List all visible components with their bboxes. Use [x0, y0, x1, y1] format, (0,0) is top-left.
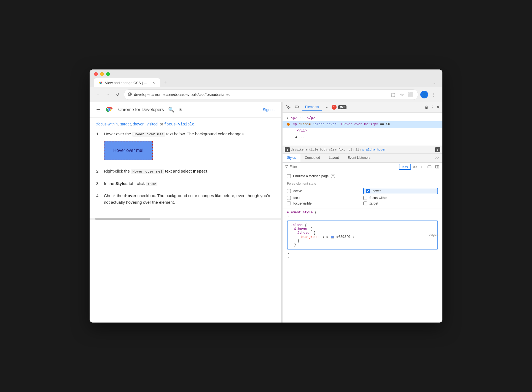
tab-computed[interactable]: Computed: [300, 154, 324, 162]
site-title: Chrome for Developers: [118, 107, 164, 112]
active-tab[interactable]: View and change CSS | Chr ✕: [94, 78, 160, 87]
element-selector-tool[interactable]: [285, 104, 292, 111]
breadcrumb-bar: ◀ devsite-article-body.clearfix. › ol › …: [283, 146, 442, 154]
breadcrumb-item-2[interactable]: ol: [349, 148, 352, 151]
browser-window: View and change CSS | Chr ✕ + ⌄ ← → ↺ de…: [90, 69, 442, 323]
url-text: developer.chrome.com/docs/devtools/css#p…: [134, 92, 388, 97]
emulate-help-icon[interactable]: ?: [331, 174, 335, 178]
sidebar-toggle[interactable]: [434, 164, 440, 170]
maximize-window-button[interactable]: [106, 72, 110, 76]
aloha-color-swatch[interactable]: [331, 236, 334, 238]
state-focus-checkbox[interactable]: [287, 196, 291, 200]
hover-demo-label: Hover over me!: [113, 148, 143, 153]
bookmark-button[interactable]: ☆: [399, 91, 405, 98]
signin-button[interactable]: Sign in: [263, 108, 275, 112]
extension-button[interactable]: ⬜: [407, 91, 414, 98]
step-3-content: In the Styles tab, click :hov.: [104, 180, 275, 187]
outer-close-block: } }: [287, 252, 438, 259]
devtools-close-button[interactable]: ✕: [436, 104, 440, 110]
minimize-window-button[interactable]: [100, 72, 104, 76]
dom-line-3[interactable]: </li>: [283, 128, 442, 134]
hamburger-icon[interactable]: ☰: [96, 107, 101, 113]
state-active-checkbox[interactable]: [287, 189, 291, 193]
tab-close-button[interactable]: ✕: [151, 80, 156, 85]
state-focus-visible-checkbox[interactable]: [287, 202, 291, 205]
hover-demo-box[interactable]: Hover over me!: [104, 141, 153, 160]
article-steps: 1. Hover over the Hover over me! text be…: [96, 131, 275, 206]
aloha-arrow-icon[interactable]: ▶: [327, 235, 329, 239]
styles-tabs: Styles Computed Layout Event Listeners >…: [283, 154, 442, 163]
tab-styles[interactable]: Styles: [283, 154, 300, 162]
new-tab-button[interactable]: +: [161, 78, 169, 86]
step-3-text: In the Styles tab, click :hov.: [104, 180, 275, 187]
device-toggle-tool[interactable]: [294, 104, 301, 111]
add-style-rule-button[interactable]: +: [419, 164, 425, 170]
refresh-button[interactable]: ↺: [114, 91, 122, 98]
styles-tab-more[interactable]: >>: [432, 154, 442, 162]
more-tools-button[interactable]: »: [323, 104, 330, 111]
horizontal-scrollbar[interactable]: [90, 218, 281, 220]
close-window-button[interactable]: [94, 72, 98, 76]
forward-button[interactable]: →: [104, 91, 112, 98]
hov-button[interactable]: :hov: [399, 164, 411, 170]
devtools-settings-button[interactable]: ⚙: [424, 105, 428, 110]
address-bar[interactable]: developer.chrome.com/docs/devtools/css#p…: [124, 89, 418, 100]
dom-line-2[interactable]: <p class= "aloha hover" >Hover over me!<…: [283, 121, 442, 128]
title-bar: View and change CSS | Chr ✕ + ⌄: [90, 69, 442, 87]
cls-button[interactable]: .cls: [413, 165, 417, 168]
elements-tab[interactable]: Elements: [302, 104, 322, 111]
dom-p-tag: <p>: [291, 116, 297, 120]
dom-line-1[interactable]: ▶ <p> ··· </p>: [283, 115, 442, 121]
cast-button[interactable]: ⬚: [390, 91, 396, 98]
focus-within-link[interactable]: :focus-within: [96, 122, 118, 126]
outer-close-1: }: [287, 252, 289, 256]
step-2-content: Right-click the Hover over me! text and …: [104, 168, 275, 175]
article-content: :focus-within, :target, :hover, :visited…: [90, 118, 281, 218]
filter-bar: :hov .cls +: [283, 163, 442, 171]
toolbar-actions: 👤 ⋮: [420, 90, 438, 99]
secure-icon: [128, 92, 132, 97]
state-hover-label: :hover: [372, 189, 381, 193]
state-hover: :hover: [363, 188, 438, 194]
aloha-rule-container: .aloha { &.hover { &:hover {: [287, 221, 438, 249]
search-icon[interactable]: 🔍: [168, 107, 174, 113]
state-focus-within-checkbox[interactable]: [363, 196, 367, 200]
tab-layout[interactable]: Layout: [324, 154, 343, 162]
tab-dropdown-button[interactable]: ⌄: [431, 80, 438, 86]
step-4-text: Check the :hover checkbox. The backgroun…: [104, 192, 275, 206]
dom-line-4[interactable]: ◀ ...: [283, 134, 442, 141]
devtools-menu-button[interactable]: ⋮: [430, 105, 434, 110]
theme-toggle-icon[interactable]: ☀: [179, 107, 182, 112]
menu-button[interactable]: ⋮: [429, 90, 438, 99]
breadcrumb-item-1[interactable]: devsite-article-body.clearfix.: [291, 148, 345, 151]
dom-continue: ◀ ...: [295, 135, 305, 139]
state-focus-label: :focus: [292, 196, 301, 200]
dom-expand-icon[interactable]: ▶: [287, 117, 289, 120]
state-target-checkbox[interactable]: [363, 202, 367, 205]
profile-button[interactable]: 👤: [420, 91, 428, 98]
back-button[interactable]: ←: [94, 91, 102, 98]
breadcrumb-next-button[interactable]: ▶: [435, 147, 440, 152]
warning-badge: 💬 3: [338, 105, 346, 109]
dom-panel: ▶ <p> ··· </p> <p class= "aloha hover" >…: [283, 113, 442, 146]
target-link[interactable]: :target: [120, 122, 131, 126]
hover-link[interactable]: :hover: [133, 122, 143, 126]
breadcrumb-prev-button[interactable]: ◀: [285, 147, 290, 152]
filter-input[interactable]: [290, 165, 397, 169]
element-style-toggle[interactable]: [426, 164, 432, 170]
state-hover-checkbox[interactable]: [366, 189, 370, 193]
breadcrumb-item-3[interactable]: li: [356, 148, 359, 151]
step-4-num: 4.: [96, 192, 102, 206]
aloha-bg-prop-line: background : ▶ #6393f0 ;: [291, 235, 434, 239]
style-source-label: <style>: [429, 233, 439, 237]
step-1: 1. Hover over the Hover over me! text be…: [96, 131, 275, 162]
aloha-hover-close-line: }: [291, 243, 434, 247]
visited-link[interactable]: :visited: [146, 122, 158, 126]
emulate-focused-page-checkbox[interactable]: [287, 174, 291, 178]
tab-event-listeners[interactable]: Event Listeners: [343, 154, 375, 162]
horizontal-scrollbar-thumb[interactable]: [95, 218, 150, 220]
step-3-num: 3.: [96, 180, 102, 187]
breadcrumb-item-4[interactable]: p.aloha.hover: [362, 148, 386, 151]
element-style-selector: element.style: [287, 211, 315, 214]
traffic-lights: [94, 72, 438, 76]
